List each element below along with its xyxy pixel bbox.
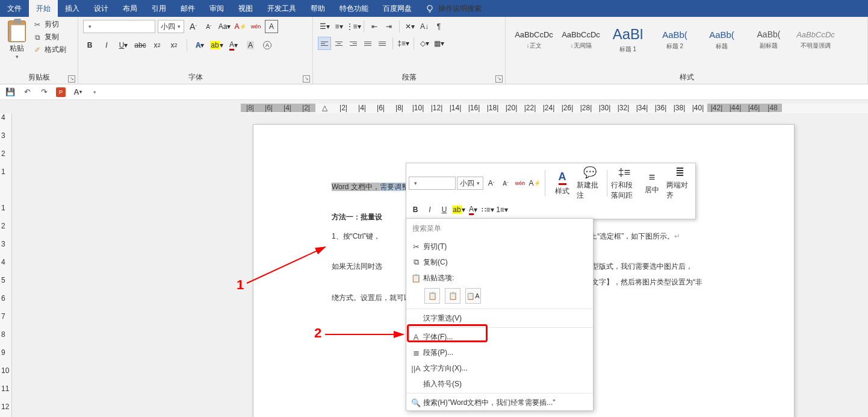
paste-keep-source[interactable]: 📋 <box>424 288 440 304</box>
align-right-button[interactable] <box>347 37 360 50</box>
strike-button[interactable]: abc <box>134 39 147 52</box>
borders-button[interactable]: ▦▾ <box>432 37 445 50</box>
tab-home[interactable]: 开始 <box>29 0 58 17</box>
multilevel-button[interactable]: ⋮≡▾ <box>347 20 360 33</box>
style-item-1[interactable]: AaBbCcDc↓无间隔 <box>557 19 604 60</box>
powerpoint-button[interactable]: P <box>55 87 66 98</box>
pinyin-button[interactable]: wén <box>249 20 262 33</box>
ctx-search-input[interactable]: 搜索菜单 <box>408 221 591 237</box>
tab-references[interactable]: 引用 <box>144 0 173 17</box>
bullets-button[interactable]: ☰▾ <box>318 20 331 33</box>
ctx-copy[interactable]: 复制(C) <box>406 254 593 270</box>
font-launcher[interactable]: ↘ <box>303 75 310 83</box>
mini-font-combo[interactable]: ▾ <box>409 177 456 190</box>
ctx-cut[interactable]: 剪切(T) <box>406 239 593 254</box>
mini-grow-font[interactable]: Aˆ <box>485 177 498 190</box>
grow-font-button[interactable]: Aˆ <box>187 20 200 33</box>
tab-layout[interactable]: 布局 <box>116 0 144 17</box>
mini-justify-button[interactable]: ≣两端对齐 <box>666 166 693 201</box>
mini-new-comment-button[interactable]: 💬新建批注 <box>577 166 603 201</box>
copy-button[interactable]: 复制 <box>33 32 66 42</box>
tab-review[interactable]: 审阅 <box>202 0 231 17</box>
horizontal-ruler[interactable]: |8||6||4||2|△|2||4||6||8||10||12||14||16… <box>241 104 868 113</box>
tell-me-search[interactable]: 操作说明搜索 <box>419 4 488 14</box>
tab-dev[interactable]: 开发工具 <box>260 0 303 17</box>
italic-button[interactable]: I <box>100 39 113 52</box>
char-shading-button[interactable]: A <box>244 39 257 52</box>
tab-mail[interactable]: 邮件 <box>173 0 202 17</box>
tab-view[interactable]: 视图 <box>231 0 260 17</box>
highlight-button[interactable]: ab▾ <box>210 39 223 52</box>
mini-underline[interactable]: U <box>438 203 451 216</box>
enclosed-char-button[interactable]: A <box>261 39 274 52</box>
tab-help[interactable]: 帮助 <box>303 0 332 17</box>
mini-numbering[interactable]: 1≡▾ <box>495 203 509 216</box>
redo-button[interactable]: ↷ <box>39 87 49 98</box>
align-left-button[interactable] <box>318 37 331 50</box>
mini-line-spacing-button[interactable]: ‡≡行和段落间距 <box>611 166 637 201</box>
indent-button[interactable]: ⇥ <box>382 20 395 33</box>
shrink-font-button[interactable]: Aˇ <box>202 20 215 33</box>
tab-insert[interactable]: 插入 <box>58 0 87 17</box>
mini-shrink-font[interactable]: Aˇ <box>499 177 512 190</box>
paste-text-only[interactable]: 📋A <box>465 288 481 304</box>
char-border-button[interactable]: A <box>265 20 278 33</box>
tab-design[interactable]: 设计 <box>87 0 116 17</box>
superscript-button[interactable]: x2 <box>167 39 181 52</box>
underline-button[interactable]: U▾ <box>117 39 130 52</box>
clear-format-button[interactable]: A⚡ <box>234 20 247 33</box>
ctx-paragraph[interactable]: ≣段落(P)... <box>406 345 593 360</box>
mini-clear-format[interactable]: A⚡ <box>528 177 541 190</box>
outdent-button[interactable]: ⇤ <box>368 20 381 33</box>
align-center-button[interactable] <box>332 37 346 50</box>
style-item-4[interactable]: AaBb(标题 <box>698 19 745 60</box>
text-effects-button[interactable]: A▾ <box>193 39 206 52</box>
format-painter-button[interactable]: 格式刷 <box>33 45 66 55</box>
font-color-button[interactable]: A▾ <box>227 39 240 52</box>
style-item-0[interactable]: AaBbCcDc↓正文 <box>510 19 557 60</box>
vertical-ruler[interactable]: 432112345678910111213 <box>0 113 12 417</box>
text-effects-qat[interactable]: A▾ <box>72 87 83 98</box>
shading-button[interactable]: ◇▾ <box>418 37 431 50</box>
undo-button[interactable]: ↶ <box>22 87 33 98</box>
style-item-3[interactable]: AaBb(标题 2 <box>651 19 698 60</box>
show-marks-button[interactable]: ¶ <box>432 20 445 33</box>
mini-bullets[interactable]: ∷≡▾ <box>481 203 494 216</box>
tab-file[interactable]: 文件 <box>0 0 29 17</box>
qat-customize[interactable]: ▾ <box>89 87 100 98</box>
change-case-button[interactable]: Aa▾ <box>218 20 231 33</box>
mini-font-color[interactable]: A▾ <box>467 203 480 216</box>
ctx-insert-symbol[interactable]: 插入符号(S) <box>406 376 593 392</box>
line-spacing-button[interactable]: ‡≡▾ <box>397 37 410 50</box>
mini-bold[interactable]: B <box>409 203 422 216</box>
font-name-combo[interactable]: ▾ <box>83 20 155 33</box>
mini-italic[interactable]: I <box>423 203 436 216</box>
font-size-combo[interactable]: 小四▾ <box>158 20 184 33</box>
paste-merge[interactable]: 📋 <box>445 288 460 304</box>
align-justify-button[interactable] <box>361 37 374 50</box>
clipboard-launcher[interactable]: ↘ <box>68 75 75 83</box>
ctx-text-direction[interactable]: ||A文字方向(X)... <box>406 360 593 376</box>
mini-highlight[interactable]: ab▾ <box>452 203 465 216</box>
cut-button[interactable]: 剪切 <box>33 19 66 30</box>
selected-text[interactable]: Word 文档中， <box>332 183 380 191</box>
mini-styles-button[interactable]: A样式 <box>549 171 575 196</box>
save-button[interactable]: 💾 <box>5 87 16 98</box>
style-item-5[interactable]: AaBb(副标题 <box>745 19 792 60</box>
bold-button[interactable]: B <box>83 39 96 52</box>
tab-baidu[interactable]: 百度网盘 <box>376 0 419 17</box>
style-item-2[interactable]: AaBl标题 1 <box>604 19 651 60</box>
paragraph-launcher[interactable]: ↘ <box>495 75 503 83</box>
mini-pinyin[interactable]: wén <box>513 177 527 190</box>
sort-button[interactable]: A↓ <box>418 20 431 33</box>
align-distribute-button[interactable] <box>376 37 389 50</box>
tab-special[interactable]: 特色功能 <box>332 0 376 17</box>
paste-button[interactable]: 粘贴 ▾ <box>5 19 29 61</box>
ctx-smart-search[interactable]: 🔍搜索(H)"Word文档中，我们经常需要插..." <box>406 395 593 410</box>
asian-layout-button[interactable]: ✕▾ <box>403 20 417 33</box>
numbering-button[interactable]: ≡▾ <box>332 20 346 33</box>
mini-size-combo[interactable]: 小四▾ <box>457 177 483 190</box>
mini-center-button[interactable]: ≡居中 <box>639 171 665 195</box>
style-item-6[interactable]: AaBbCcDc不明显强调 <box>792 19 839 60</box>
subscript-button[interactable]: x2 <box>150 39 164 52</box>
